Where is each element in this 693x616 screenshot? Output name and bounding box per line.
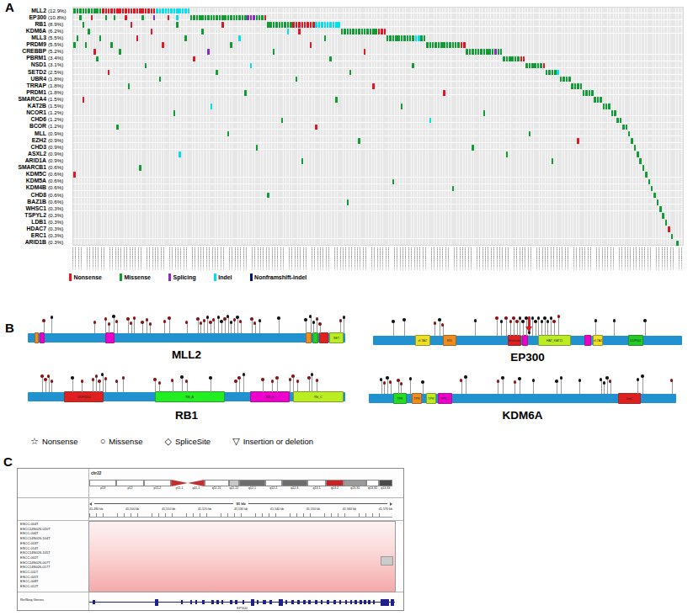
legend-label: SpliceSite: [175, 437, 211, 446]
mutation-mark: [170, 8, 173, 14]
scroll-thumb[interactable]: [381, 556, 393, 566]
mutation-mark: [568, 77, 571, 82]
mutation-mark: [190, 15, 193, 21]
ideogram-band: q12.1: [239, 480, 265, 491]
mutation-mark: [151, 29, 153, 35]
gene-exon: [297, 600, 300, 605]
legend-swatch: [69, 273, 72, 281]
ruler-line-left: [94, 503, 233, 504]
lollipop-dot: [92, 378, 94, 380]
gene-exon: [221, 600, 224, 605]
mutation-mark: [247, 15, 249, 21]
gene-exon: [279, 599, 283, 606]
mutation-mark: [227, 131, 230, 137]
lollipop-dot: [158, 381, 161, 384]
mutation-mark: [560, 77, 562, 82]
tick-label: 41,540 kb: [270, 507, 284, 511]
band-fill: [188, 480, 205, 486]
lollipop-dot: [237, 376, 240, 379]
mutation-mark: [372, 29, 375, 35]
mutation-mark: [93, 49, 96, 55]
gene-frequency: (1.8%): [48, 89, 71, 95]
lollipop-dot: [104, 317, 107, 320]
gene-row-label: MLL3(5.5%): [0, 34, 71, 40]
gene-name: BAZ1B: [27, 199, 46, 204]
mutation-mark: [250, 15, 253, 21]
mutation-mark: [253, 15, 255, 21]
mutation-mark: [201, 29, 204, 35]
lollipop-dot: [217, 316, 220, 318]
mutation-mark: [184, 35, 187, 41]
gene-exon: [190, 600, 193, 605]
lollipop-dot: [115, 380, 118, 382]
lollipop-dot: [112, 315, 115, 317]
lollipop-dot: [239, 320, 242, 322]
lollipop-dot: [104, 377, 107, 380]
gene-frequency: (0.6%): [48, 171, 71, 177]
ideogram-band: q13.33: [379, 480, 392, 491]
protein-domain: TPR: [412, 393, 422, 404]
gene-exon: [216, 600, 219, 605]
mutation-mark: [199, 15, 201, 21]
oncoprint-legend: NonsenseMissenseSplicingIndelNonframshif…: [69, 273, 307, 281]
gene-name: ARID1A: [25, 157, 46, 163]
mutation-mark: [614, 110, 616, 116]
lollipop-stick: [384, 384, 385, 394]
mutation-mark: [304, 22, 307, 28]
legend-item: Nonframshift-indel: [250, 273, 307, 281]
gene-name: KDM5A: [26, 178, 46, 183]
mutation-mark: [139, 8, 141, 14]
mutation-mark: [236, 15, 238, 21]
lollipop-stick: [536, 322, 536, 336]
mutation-mark: [483, 110, 486, 116]
mutation-mark: [349, 70, 352, 76]
gene-frequency: (3.4%): [48, 55, 71, 61]
band-fill: [379, 480, 392, 486]
protein-domain: [312, 332, 318, 343]
lollipop-stick: [514, 383, 515, 394]
mutation-mark: [267, 22, 269, 28]
lollipop-stick: [501, 322, 502, 336]
mutation-mark: [292, 22, 295, 28]
gene-row-label: KDM4B(0.6%): [0, 184, 71, 191]
mutation-mark: [207, 49, 210, 55]
lollipop-stick: [255, 324, 256, 333]
lollipop-stick: [147, 321, 147, 333]
gene-name: EZH2: [32, 137, 46, 143]
lollipop-dot: [220, 320, 222, 322]
ideogram-band: q13.32: [366, 480, 378, 491]
gene-name: NCOR1: [26, 109, 46, 115]
band-fill: [282, 480, 308, 486]
legend-symbol-icon: ◇: [164, 437, 171, 446]
gene-exon: [235, 600, 237, 605]
lollipop-stick: [159, 384, 160, 392]
mutation-mark: [665, 220, 668, 226]
mutation-mark: [611, 110, 614, 116]
lollipop-stick: [497, 319, 498, 336]
gene-name: TSPYL2: [24, 212, 46, 218]
gene-exon: [269, 600, 272, 605]
mutation-mark: [424, 35, 426, 41]
gene-row-label: BAZ1B(0.6%): [0, 198, 71, 204]
lollipop-dot: [389, 380, 392, 383]
lollipop-dot: [670, 379, 673, 381]
mutation-mark: [659, 206, 662, 212]
legend-item: ▽Insertion or deletion: [232, 437, 313, 446]
lollipop-stick: [155, 380, 156, 392]
mutation-mark: [122, 8, 125, 14]
gene-row-label: EZH2(0.9%): [0, 136, 71, 143]
mutation-mark: [415, 35, 418, 41]
lollipop-stick: [117, 382, 118, 392]
mutation-mark: [284, 22, 286, 28]
mutation-mark: [128, 8, 131, 14]
mutation-mark: [279, 22, 281, 28]
mutation-mark: [361, 29, 364, 35]
mutation-mark: [440, 42, 443, 48]
lollipop-stick: [434, 324, 435, 336]
gene-exon: [251, 599, 253, 606]
panel-b-letter: B: [5, 321, 14, 335]
lollipop-dot: [421, 380, 424, 383]
mutation-mark: [457, 42, 460, 48]
lollipop-stick: [211, 379, 211, 392]
band-label: p12: [116, 486, 143, 491]
